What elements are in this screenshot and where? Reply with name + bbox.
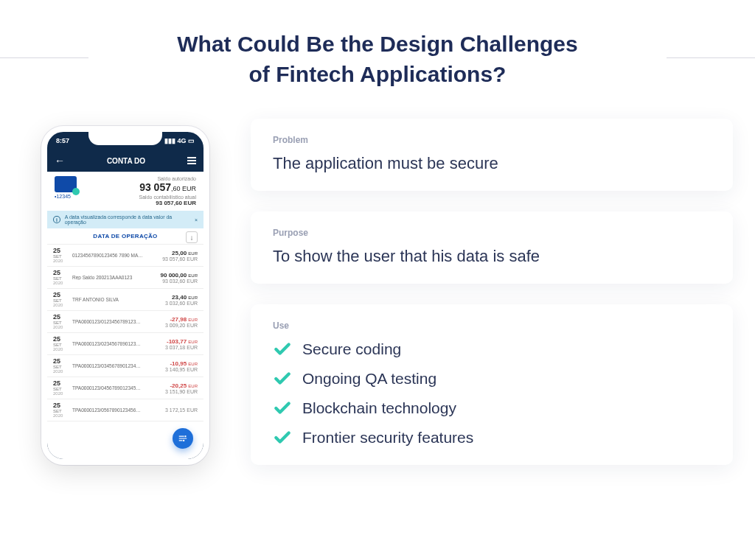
- menu-icon[interactable]: [187, 157, 196, 164]
- transaction-row[interactable]: 25SET2020TPA0000123/0345678901234…-10,95…: [47, 355, 203, 377]
- transaction-row[interactable]: 25SET2020TRF ANTONIO SILVA23,40 EUR3 032…: [47, 289, 203, 311]
- card-icon: [55, 176, 77, 192]
- battery-icon: ▭: [188, 137, 195, 144]
- tx-amounts: 23,40 EUR3 032,60 EUR: [165, 294, 198, 306]
- tx-date: 25SET2020: [53, 380, 68, 396]
- back-icon[interactable]: ←: [55, 155, 65, 167]
- problem-text: The application must be secure: [273, 154, 711, 173]
- tx-desc: TPA0000123/0567890123456…: [72, 407, 161, 413]
- balance-dec: ,60 EUR: [171, 185, 196, 192]
- check-icon: [273, 340, 292, 359]
- network-label: 4G: [177, 137, 186, 144]
- info-banner: i A data visualizada corresponde à data …: [47, 211, 203, 228]
- tx-balance: 93 057,60 EUR: [162, 256, 198, 262]
- use-item-text: Secure coding: [302, 340, 401, 358]
- svg-point-0: [184, 435, 186, 437]
- tx-amount: -103,77 EUR: [165, 338, 198, 345]
- transaction-list: 25SET202001234567890123456 7890 MA…25,00…: [47, 245, 203, 421]
- phone-mockup: 8:57 ▮▮▮ 4G ▭ ← CONTA DO •12345: [29, 119, 221, 465]
- transaction-row[interactable]: 25SET2020Rep Saldo 200213AAA012390 000,0…: [47, 267, 203, 289]
- purpose-text: To show the user that his data is safe: [273, 247, 711, 266]
- tx-amounts: -103,77 EUR3 037,18 EUR: [165, 338, 198, 350]
- tx-balance: 3 140,95 EUR: [165, 367, 198, 372]
- phone-notch: [88, 130, 162, 145]
- check-icon: [273, 369, 292, 388]
- tx-date: 25SET2020: [53, 270, 68, 285]
- tx-balance: 3 151,90 EUR: [165, 389, 198, 394]
- problem-label: Problem: [273, 135, 711, 145]
- status-time: 8:57: [56, 137, 69, 144]
- tx-desc: TPA0000123/0345678901234…: [72, 363, 161, 368]
- problem-card: Problem The application must be secure: [251, 119, 733, 191]
- tx-date: 25SET2020: [53, 336, 68, 351]
- tx-amounts: 90 000,00 EUR93 032,60 EUR: [161, 272, 198, 284]
- phone-body: •12345 Saldo autorizado 93 057,60 EUR Sa…: [47, 172, 203, 459]
- tx-date: 25SET2020: [53, 292, 68, 307]
- transaction-row[interactable]: 25SET2020TPA0000123/0123456789123…-27,98…: [47, 311, 203, 333]
- balance-sub-value: 93 057,60 EUR: [139, 200, 196, 206]
- tx-desc: TPA0000123/0456789012345…: [72, 385, 161, 391]
- tx-amounts: 3 172,15 EUR: [165, 407, 198, 413]
- check-icon: [273, 399, 292, 418]
- tx-amount: -20,25 EUR: [165, 382, 198, 389]
- close-icon[interactable]: ×: [195, 217, 198, 223]
- use-item-text: Blockchain technology: [302, 399, 456, 417]
- info-text: A data visualizada corresponde à data va…: [65, 214, 190, 225]
- tx-desc: 01234567890123456 7890 MA…: [72, 253, 158, 258]
- tx-date: 25SET2020: [53, 248, 68, 263]
- tx-desc: TPA0000123/0123456789123…: [72, 319, 161, 324]
- signal-icon: ▮▮▮: [164, 137, 175, 144]
- use-list: Secure codingOngoing QA testingBlockchai…: [273, 340, 711, 447]
- app-title: CONTA DO: [107, 157, 145, 165]
- operation-header: DATA DE OPERAÇÃO ↓: [47, 228, 203, 245]
- transaction-row[interactable]: 25SET2020TPA0000123/0234567890123…-103,7…: [47, 333, 203, 355]
- use-label: Use: [273, 321, 711, 331]
- sort-icon[interactable]: ↓: [186, 231, 198, 243]
- operation-header-label: DATA DE OPERAÇÃO: [93, 233, 157, 239]
- use-card: Use Secure codingOngoing QA testingBlock…: [251, 304, 733, 465]
- tx-amounts: -27,98 EUR3 009,20 EUR: [165, 316, 198, 328]
- tx-balance: 3 009,20 EUR: [165, 323, 198, 328]
- purpose-card: Purpose To show the user that his data i…: [251, 211, 733, 284]
- transaction-row[interactable]: 25SET202001234567890123456 7890 MA…25,00…: [47, 245, 203, 267]
- use-item: Secure coding: [273, 340, 711, 359]
- balance-right: Saldo autorizado 93 057,60 EUR Saldo con…: [139, 176, 196, 206]
- balance-section: •12345 Saldo autorizado 93 057,60 EUR Sa…: [47, 172, 203, 211]
- filter-fab[interactable]: [173, 428, 193, 449]
- tx-desc: TPA0000123/0234567890123…: [72, 341, 161, 346]
- tx-balance: 3 172,15 EUR: [165, 407, 198, 413]
- tx-amount: -10,95 EUR: [165, 360, 198, 367]
- app-bar: ← CONTA DO: [47, 150, 203, 172]
- balance-value: 93 057,60 EUR: [139, 181, 196, 193]
- page-header: What Could Be the Design Challenges of F…: [0, 0, 755, 89]
- transaction-row[interactable]: 25SET2020TPA0000123/0567890123456…3 172,…: [47, 399, 203, 421]
- title-line-2: of Fintech Applications?: [249, 62, 507, 86]
- info-icon: i: [53, 216, 60, 223]
- use-item-text: Frontier security features: [302, 429, 473, 447]
- status-indicators: ▮▮▮ 4G ▭: [164, 137, 195, 144]
- account-card: •12345: [55, 176, 77, 199]
- tx-desc: TRF ANTONIO SILVA: [72, 297, 161, 302]
- tx-desc: Rep Saldo 200213AAA0123: [72, 275, 156, 280]
- tx-amount: 23,40 EUR: [165, 294, 198, 301]
- balance-sub-label: Saldo contabilístico atual: [139, 195, 196, 200]
- tx-date: 25SET2020: [53, 314, 68, 329]
- phone-frame: 8:57 ▮▮▮ 4G ▭ ← CONTA DO •12345: [41, 126, 209, 465]
- tx-balance: 93 032,60 EUR: [161, 279, 198, 284]
- check-icon: [273, 428, 292, 447]
- sliders-icon: [178, 433, 188, 444]
- tx-amount: 25,00 EUR: [162, 250, 198, 256]
- svg-point-1: [183, 440, 184, 441]
- title-line-1: What Could Be the Design Challenges: [177, 32, 577, 56]
- use-item: Ongoing QA testing: [273, 369, 711, 388]
- tx-amounts: -10,95 EUR3 140,95 EUR: [165, 360, 198, 372]
- use-item-text: Ongoing QA testing: [302, 370, 436, 388]
- tx-date: 25SET2020: [53, 358, 68, 374]
- balance-int: 93 057: [139, 181, 171, 193]
- page-title: What Could Be the Design Challenges of F…: [177, 29, 577, 89]
- transaction-row[interactable]: 25SET2020TPA0000123/0456789012345…-20,25…: [47, 377, 203, 399]
- tx-balance: 3 032,60 EUR: [165, 301, 198, 306]
- tx-amounts: -20,25 EUR3 151,90 EUR: [165, 382, 198, 394]
- info-cards: Problem The application must be secure P…: [251, 119, 733, 465]
- tx-amount: 90 000,00 EUR: [161, 272, 198, 279]
